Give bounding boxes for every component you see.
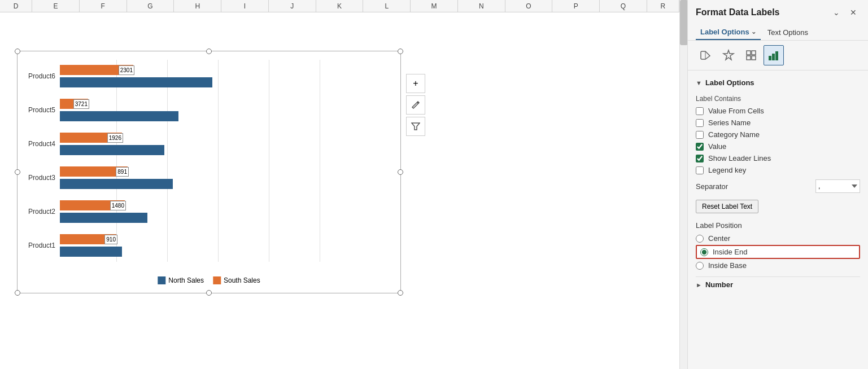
bar-north-p1 — [60, 247, 122, 257]
bars-product5: 3721 — [60, 99, 395, 121]
legend-north: North Sales — [158, 276, 204, 284]
col-l: L — [363, 0, 411, 12]
bar-label-product2: Product2 — [23, 208, 60, 216]
label-options-section-header[interactable]: ▼ Label Options — [696, 75, 860, 89]
col-p: P — [552, 0, 600, 12]
checkbox-row-valueFromCells: Value From Cells — [696, 105, 860, 117]
tab-label-options[interactable]: Label Options ⌄ — [696, 25, 761, 40]
bars-product3: 891 — [60, 166, 395, 189]
handle-ml[interactable] — [15, 169, 20, 175]
checkbox-show-leader-lines[interactable] — [696, 155, 704, 162]
col-m: M — [411, 0, 458, 12]
label-category-name: Category Name — [708, 130, 760, 139]
bar-row-product6: Product6 2301 — [23, 60, 395, 93]
tab-text-options[interactable]: Text Options — [763, 25, 813, 40]
col-i: I — [221, 0, 269, 12]
label-options-icon-btn[interactable] — [764, 45, 784, 65]
svg-rect-4 — [747, 56, 751, 60]
bar-north-p5 — [60, 111, 178, 121]
radio-row-inside-end: Inside End — [696, 245, 860, 259]
bar-row-product4: Product4 1926 — [23, 128, 395, 160]
bar-row-product3: Product3 891 — [23, 161, 395, 194]
chart-add-button[interactable]: + — [406, 74, 425, 93]
bars-product6: 2301 — [60, 65, 395, 87]
size-properties-icon-btn[interactable] — [741, 45, 761, 65]
checkbox-value[interactable] — [696, 143, 704, 151]
col-g: G — [127, 0, 175, 12]
value-label-p1-south: 910 — [104, 235, 117, 244]
panel-header: Format Data Labels ⌄ ✕ — [688, 0, 868, 23]
radio-center[interactable] — [696, 235, 704, 243]
bar-label-product1: Product1 — [23, 241, 60, 249]
bar-label-product6: Product6 — [23, 72, 60, 80]
chart-container[interactable]: + Product6 — [17, 51, 401, 293]
svg-rect-8 — [775, 51, 778, 60]
label-series-name: Series Name — [708, 118, 751, 127]
handle-mr[interactable] — [398, 169, 403, 175]
col-r: R — [647, 0, 679, 12]
chart-style-button[interactable] — [406, 95, 425, 115]
radio-inside-base[interactable] — [696, 262, 704, 270]
svg-rect-2 — [747, 51, 751, 55]
bar-row-product1: Product1 910 — [23, 229, 395, 262]
handle-br[interactable] — [398, 290, 403, 296]
chart-legend: North Sales South Sales — [158, 276, 260, 284]
separator-label: Separator — [696, 182, 728, 191]
handle-bl[interactable] — [15, 290, 20, 296]
handle-tl[interactable] — [15, 49, 20, 54]
label-contains-heading: Label Contains — [696, 95, 860, 103]
svg-marker-1 — [723, 50, 734, 60]
svg-rect-7 — [772, 54, 775, 60]
scrollbar-thumb[interactable] — [680, 0, 688, 45]
spreadsheet-area: D E F G H I J K L M N O P Q R + — [0, 0, 679, 369]
svg-marker-0 — [412, 123, 420, 130]
separator-row: Separator , ; (New line) — [696, 179, 860, 193]
checkbox-value-from-cells[interactable] — [696, 107, 704, 115]
checkbox-legend-key[interactable] — [696, 166, 704, 174]
panel-header-icons: ⌄ ✕ — [830, 6, 860, 19]
label-show-leader-lines: Show Leader Lines — [708, 154, 771, 162]
svg-rect-3 — [752, 51, 756, 55]
radio-row-center: Center — [696, 232, 860, 245]
label-center: Center — [708, 234, 730, 243]
checkbox-series-name[interactable] — [696, 119, 704, 127]
value-label-p5-south: 3721 — [73, 99, 89, 109]
checkbox-category-name[interactable] — [696, 131, 704, 139]
handle-bm[interactable] — [206, 290, 212, 296]
col-o: O — [505, 0, 553, 12]
handle-tm[interactable] — [206, 49, 212, 54]
bar-north-p6 — [60, 77, 212, 87]
column-headers: D E F G H I J K L M N O P Q R — [0, 0, 679, 12]
label-position-heading: Label Position — [696, 221, 860, 230]
number-section-header[interactable]: ► Number — [696, 276, 860, 292]
value-label-p2-south: 1480 — [110, 201, 126, 210]
vertical-scrollbar[interactable] — [679, 0, 687, 369]
legend-label-south: South Sales — [224, 276, 260, 284]
panel-collapse-button[interactable]: ⌄ — [830, 6, 843, 19]
col-n: N — [458, 0, 505, 12]
handle-tr[interactable] — [398, 49, 403, 54]
value-label-p6-south: 2301 — [119, 65, 134, 75]
reset-label-text-button[interactable]: Reset Label Text — [696, 200, 758, 213]
fill-line-icon-btn[interactable] — [696, 45, 716, 65]
value-label-p4-south: 1926 — [107, 133, 123, 143]
bars-product2: 1480 — [60, 200, 395, 223]
value-label-p3-south: 891 — [116, 167, 129, 177]
effects-icon-btn[interactable] — [718, 45, 739, 65]
panel-title: Format Data Labels — [696, 7, 779, 17]
bar-north-p2 — [60, 213, 147, 223]
label-inside-end: Inside End — [713, 248, 747, 256]
bars-product1: 910 — [60, 234, 395, 257]
chart-toolbar: + — [406, 74, 425, 136]
label-inside-base: Inside Base — [708, 261, 747, 270]
radio-inside-end[interactable] — [700, 248, 708, 256]
panel-close-button[interactable]: ✕ — [847, 6, 860, 19]
label-value: Value — [708, 142, 726, 151]
chart-filter-button[interactable] — [406, 117, 425, 136]
label-options-chevron: ▼ — [696, 80, 702, 86]
checkbox-row-categoryName: Category Name — [696, 129, 860, 140]
label-legend-key: Legend key — [708, 166, 746, 174]
separator-select[interactable]: , ; (New line) — [815, 179, 860, 193]
chart-plot-area: Product6 2301 Product5 — [23, 60, 395, 262]
number-section-chevron: ► — [696, 282, 702, 288]
